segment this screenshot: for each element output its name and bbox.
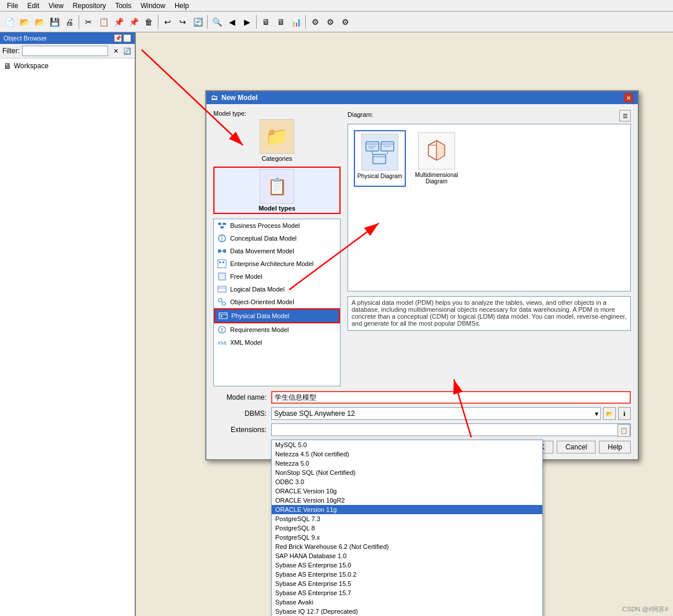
- model-list-item-eam[interactable]: Enterprise Architecture Model: [214, 257, 340, 270]
- toolbar-view1[interactable]: 🖥: [259, 15, 273, 29]
- filter-label: Filter:: [2, 47, 20, 55]
- model-list-item-pdm[interactable]: Physical Data Model: [214, 308, 340, 323]
- dropdown-item[interactable]: PostgreSQL 7.3: [272, 514, 542, 523]
- svg-point-15: [222, 302, 225, 305]
- menu-edit[interactable]: Edit: [23, 2, 44, 10]
- dropdown-item[interactable]: ORACLE Version 11g: [272, 505, 542, 514]
- dbms-info-button[interactable]: ℹ: [618, 407, 631, 420]
- dbms-label: DBMS:: [213, 410, 271, 418]
- dropdown-item[interactable]: SAP HANA Database 1.0: [272, 551, 542, 560]
- toolbar-prev[interactable]: ◀: [225, 15, 239, 29]
- model-list-item-dmm[interactable]: Data Movement Model: [214, 245, 340, 257]
- dbms-browse-button[interactable]: 📂: [603, 407, 616, 420]
- menu-repository[interactable]: Repository: [68, 2, 110, 10]
- model-type-list[interactable]: Business Process Model Conceptual Data M…: [213, 219, 341, 386]
- dropdown-item[interactable]: Sybase AS Enterprise 15.5: [272, 579, 542, 588]
- toolbar-copy[interactable]: 📋: [97, 15, 110, 29]
- toolbar-delete[interactable]: 🗑: [142, 15, 156, 29]
- toolbar-open2[interactable]: 📂: [32, 15, 46, 29]
- panel-title-buttons: 📌 ✕: [114, 34, 131, 42]
- dbms-select[interactable]: Sybase SQL Anywhere 12: [271, 407, 601, 420]
- dropdown-item[interactable]: Sybase Avaki: [272, 597, 542, 607]
- cdm-label: Conceptual Data Model: [230, 235, 297, 242]
- dropdown-item[interactable]: PostgreSQL 9.x: [272, 533, 542, 542]
- dialog-icon: 🗂: [211, 94, 218, 102]
- separator-4: [256, 15, 257, 29]
- workspace-tree-item[interactable]: 🖥 Workspace: [2, 61, 132, 71]
- svg-text:XML: XML: [217, 340, 227, 346]
- help-button[interactable]: Help: [599, 441, 631, 453]
- dialog-title-bar: 🗂 New Model ✕: [206, 91, 638, 104]
- toolbar-open[interactable]: 📂: [17, 15, 31, 29]
- filter-input[interactable]: [22, 46, 108, 56]
- diagram-label: Diagram:: [347, 111, 374, 118]
- diagram-view-btn[interactable]: ☰: [619, 110, 631, 121]
- model-list-item-rm[interactable]: Requirements Model: [214, 323, 340, 336]
- panel-close-btn[interactable]: ✕: [123, 34, 131, 42]
- dropdown-item[interactable]: MySQL 5.0: [272, 440, 542, 449]
- dropdown-item[interactable]: Sybase AS Enterprise 15.0: [272, 560, 542, 570]
- toolbar-new[interactable]: 📄: [2, 15, 16, 29]
- toolbar-paste2[interactable]: 📌: [127, 15, 140, 29]
- toolbar-refresh[interactable]: 🔄: [191, 15, 205, 29]
- dropdown-item[interactable]: Netezza 4.5 (Not certified): [272, 449, 542, 459]
- toolbar-extra1[interactable]: ⚙: [308, 15, 322, 29]
- toolbar-extra2[interactable]: ⚙: [323, 15, 337, 29]
- toolbar-view2[interactable]: 🖥: [274, 15, 288, 29]
- xml-label: XML Model: [230, 339, 262, 346]
- dropdown-item[interactable]: ORACLE Version 10gR2: [272, 496, 542, 505]
- toolbar-paste[interactable]: 📌: [112, 15, 125, 29]
- svg-rect-0: [218, 223, 221, 225]
- diagram-column: Diagram: ☰: [347, 110, 631, 386]
- dropdown-item[interactable]: Sybase IQ 12.7 (Deprecated): [272, 607, 542, 616]
- menu-window[interactable]: Window: [136, 2, 170, 10]
- dropdown-item[interactable]: ORACLE Version 10g: [272, 486, 542, 496]
- model-list-item-fm[interactable]: Free Model: [214, 270, 340, 283]
- dialog-body: Model type: 📁 Categories: [206, 104, 638, 459]
- model-list-item-ldm[interactable]: Logical Data Model: [214, 283, 340, 296]
- bpm-label: Business Process Model: [230, 222, 299, 229]
- dropdown-item[interactable]: PostgreSQL 8: [272, 523, 542, 533]
- dialog-close-button[interactable]: ✕: [624, 93, 633, 102]
- dropdown-item[interactable]: Red Brick Warehouse 6.2 (Not Certified): [272, 542, 542, 551]
- toolbar-cut[interactable]: ✂: [82, 15, 95, 29]
- bpm-icon: [217, 221, 227, 230]
- model-list-item-xml[interactable]: XML XML Model: [214, 336, 340, 349]
- toolbar-search[interactable]: 🔍: [210, 15, 224, 29]
- separator-5: [305, 15, 306, 29]
- toolbar-print[interactable]: 🖨: [62, 15, 76, 29]
- physical-diagram-label: Physical Diagram: [357, 173, 402, 179]
- separator-2: [158, 15, 158, 29]
- dropdown-item[interactable]: Netezza 5.0: [272, 459, 542, 468]
- eam-label: Enterprise Architecture Model: [230, 260, 313, 267]
- toolbar-extra3[interactable]: ⚙: [338, 15, 352, 29]
- menu-file[interactable]: File: [2, 2, 23, 10]
- model-list-item-oom[interactable]: Object-Oriented Model: [214, 296, 340, 308]
- panel-pin-btn[interactable]: 📌: [114, 34, 122, 42]
- dropdown-item[interactable]: Sybase AS Enterprise 15.0.2: [272, 570, 542, 579]
- physical-diagram-item[interactable]: Physical Diagram: [354, 130, 406, 187]
- menu-tools[interactable]: Tools: [110, 2, 136, 10]
- dropdown-item[interactable]: NonStop SQL (Not Certified): [272, 468, 542, 477]
- menu-view[interactable]: View: [44, 2, 68, 10]
- toolbar-view3[interactable]: 📊: [289, 15, 303, 29]
- toolbar-undo[interactable]: ↩: [161, 15, 175, 29]
- menu-help[interactable]: Help: [170, 2, 194, 10]
- toolbar-redo[interactable]: ↪: [176, 15, 190, 29]
- filter-refresh-icon[interactable]: 🔄: [122, 46, 132, 56]
- model-list-item-bpm[interactable]: Business Process Model: [214, 219, 340, 232]
- toolbar-save[interactable]: 💾: [47, 15, 61, 29]
- model-name-label: Model name:: [213, 393, 271, 401]
- model-name-input[interactable]: [271, 391, 631, 404]
- cancel-button[interactable]: Cancel: [557, 441, 596, 453]
- multidim-diagram-item[interactable]: Multidimensional Diagram: [411, 130, 463, 187]
- extensions-browse-btn[interactable]: 📋: [617, 424, 630, 437]
- dropdown-item[interactable]: Sybase AS Enterprise 15.7: [272, 588, 542, 597]
- model-list-item-cdm[interactable]: Conceptual Data Model: [214, 232, 340, 245]
- dropdown-item[interactable]: ODBC 3.0: [272, 477, 542, 486]
- filter-clear-icon[interactable]: ✕: [110, 46, 121, 56]
- toolbar-next[interactable]: ▶: [240, 15, 254, 29]
- dbms-dropdown-list[interactable]: MySQL 5.0Netezza 4.5 (Not certified)Nete…: [271, 440, 543, 616]
- dmm-icon: [217, 246, 227, 256]
- content-area: 🗂 New Model ✕ Model type: 📁: [136, 32, 673, 616]
